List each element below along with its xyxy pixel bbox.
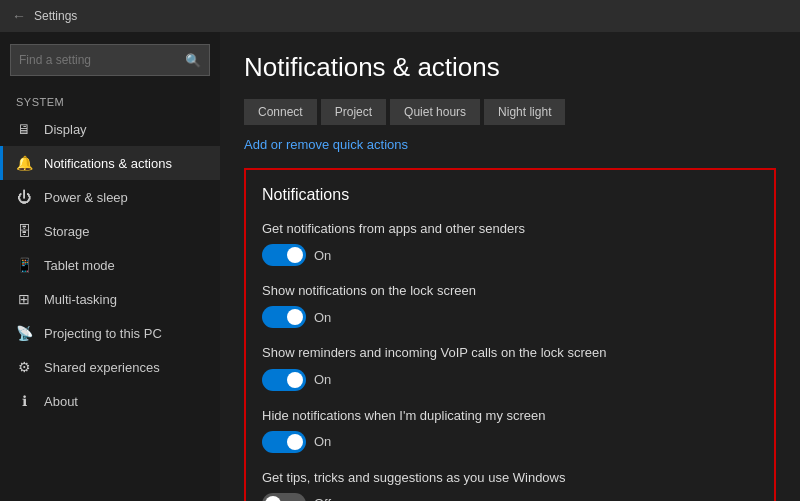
toggle-container-hide-duplicate: On — [262, 431, 758, 453]
sidebar-item-about[interactable]: ℹ About — [0, 384, 220, 418]
sidebar-item-label-power: Power & sleep — [44, 190, 128, 205]
system-label: System — [0, 88, 220, 112]
toggle-state-voip-lock: On — [314, 372, 331, 387]
toggle-hide-duplicate[interactable] — [262, 431, 306, 453]
back-button[interactable]: ← — [12, 8, 26, 24]
sidebar-item-multitasking[interactable]: ⊞ Multi-tasking — [0, 282, 220, 316]
sidebar-item-label-storage: Storage — [44, 224, 90, 239]
title-bar: ← Settings — [0, 0, 800, 32]
tab-quiet-hours[interactable]: Quiet hours — [390, 99, 480, 125]
toggle-container-tips-tricks: Off — [262, 493, 758, 501]
setting-label-hide-duplicate: Hide notifications when I'm duplicating … — [262, 407, 758, 425]
setting-row-hide-duplicate: Hide notifications when I'm duplicating … — [262, 407, 758, 453]
notifications-icon: 🔔 — [16, 155, 32, 171]
sidebar-item-shared[interactable]: ⚙ Shared experiences — [0, 350, 220, 384]
notifications-section: Notifications Get notifications from app… — [244, 168, 776, 501]
sidebar-item-label-display: Display — [44, 122, 87, 137]
toggle-tips-tricks[interactable] — [262, 493, 306, 501]
main-layout: 🔍 System 🖥 Display 🔔 Notifications & act… — [0, 32, 800, 501]
projecting-icon: 📡 — [16, 325, 32, 341]
page-title: Notifications & actions — [244, 52, 776, 83]
quick-action-tabs: Connect Project Quiet hours Night light — [244, 99, 776, 125]
toggle-state-hide-duplicate: On — [314, 434, 331, 449]
toggle-knob-hide-duplicate — [287, 434, 303, 450]
setting-row-lock-screen: Show notifications on the lock screen On — [262, 282, 758, 328]
multitasking-icon: ⊞ — [16, 291, 32, 307]
tab-connect[interactable]: Connect — [244, 99, 317, 125]
sidebar-item-notifications[interactable]: 🔔 Notifications & actions — [0, 146, 220, 180]
setting-row-voip-lock: Show reminders and incoming VoIP calls o… — [262, 344, 758, 390]
shared-icon: ⚙ — [16, 359, 32, 375]
search-icon: 🔍 — [185, 53, 201, 68]
toggle-container-lock-screen: On — [262, 306, 758, 328]
setting-row-apps-senders: Get notifications from apps and other se… — [262, 220, 758, 266]
setting-label-apps-senders: Get notifications from apps and other se… — [262, 220, 758, 238]
toggle-knob-lock-screen — [287, 309, 303, 325]
sidebar-item-label-notifications: Notifications & actions — [44, 156, 172, 171]
storage-icon: 🗄 — [16, 223, 32, 239]
sidebar-item-tablet[interactable]: 📱 Tablet mode — [0, 248, 220, 282]
toggle-lock-screen[interactable] — [262, 306, 306, 328]
power-icon: ⏻ — [16, 189, 32, 205]
sidebar-item-storage[interactable]: 🗄 Storage — [0, 214, 220, 248]
sidebar-item-power[interactable]: ⏻ Power & sleep — [0, 180, 220, 214]
toggle-container-apps-senders: On — [262, 244, 758, 266]
title-bar-label: Settings — [34, 9, 77, 23]
toggle-voip-lock[interactable] — [262, 369, 306, 391]
tab-night-light[interactable]: Night light — [484, 99, 565, 125]
sidebar-nav: 🖥 Display 🔔 Notifications & actions ⏻ Po… — [0, 112, 220, 418]
sidebar-item-label-multitasking: Multi-tasking — [44, 292, 117, 307]
setting-label-tips-tricks: Get tips, tricks and suggestions as you … — [262, 469, 758, 487]
search-input[interactable] — [19, 53, 185, 67]
sidebar-item-label-shared: Shared experiences — [44, 360, 160, 375]
content-area: Notifications & actions Connect Project … — [220, 32, 800, 501]
setting-label-lock-screen: Show notifications on the lock screen — [262, 282, 758, 300]
sidebar-item-display[interactable]: 🖥 Display — [0, 112, 220, 146]
search-box[interactable]: 🔍 — [10, 44, 210, 76]
toggle-knob-apps-senders — [287, 247, 303, 263]
toggle-knob-voip-lock — [287, 372, 303, 388]
tab-project[interactable]: Project — [321, 99, 386, 125]
sidebar-item-label-about: About — [44, 394, 78, 409]
sidebar-item-label-tablet: Tablet mode — [44, 258, 115, 273]
about-icon: ℹ — [16, 393, 32, 409]
notifications-section-title: Notifications — [262, 186, 758, 204]
toggle-knob-tips-tricks — [265, 496, 281, 501]
toggle-state-tips-tricks: Off — [314, 496, 331, 501]
add-remove-quick-actions-link[interactable]: Add or remove quick actions — [244, 137, 408, 152]
sidebar: 🔍 System 🖥 Display 🔔 Notifications & act… — [0, 32, 220, 501]
toggle-container-voip-lock: On — [262, 369, 758, 391]
toggle-state-lock-screen: On — [314, 310, 331, 325]
tablet-icon: 📱 — [16, 257, 32, 273]
setting-row-tips-tricks: Get tips, tricks and suggestions as you … — [262, 469, 758, 501]
toggle-apps-senders[interactable] — [262, 244, 306, 266]
toggle-state-apps-senders: On — [314, 248, 331, 263]
display-icon: 🖥 — [16, 121, 32, 137]
settings-list: Get notifications from apps and other se… — [262, 220, 758, 501]
sidebar-item-label-projecting: Projecting to this PC — [44, 326, 162, 341]
setting-label-voip-lock: Show reminders and incoming VoIP calls o… — [262, 344, 758, 362]
sidebar-item-projecting[interactable]: 📡 Projecting to this PC — [0, 316, 220, 350]
